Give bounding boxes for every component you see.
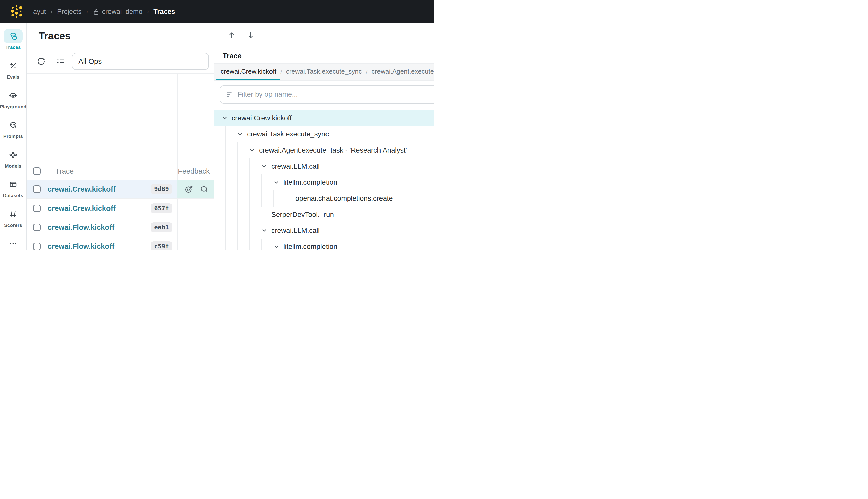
call-tree: crewai.Crew.kickoff$0.001019.83screwai.T… [214,108,434,250]
sidebar-item-prompts[interactable]: Prompts [0,118,26,139]
row-checkbox[interactable] [33,243,41,250]
trace-tree-panel: Trace crewai.Crew.kickoff/crewai.Task.ex… [214,23,434,250]
call-op-name: crewai.LLM.call [271,227,434,235]
table-row[interactable]: crewai.Flow.kickoffeab1 [27,218,214,237]
chevron-down-icon[interactable] [261,163,271,169]
evals-icon [3,59,23,73]
sidebar-item-label: Models [5,163,22,169]
indent-guide [225,223,237,239]
indent-guide [237,239,249,250]
breadcrumb-item-Projects[interactable]: Projects [57,8,82,15]
row-checkbox[interactable] [33,205,41,212]
chevron-down-icon[interactable] [273,244,283,250]
lock-open-icon [93,8,100,15]
molecule-icon [3,148,23,162]
traces-panel: Traces All Ops Trace Feedback crewai.Cre… [27,23,214,250]
call-tree-row[interactable]: openai.chat.completions.create<$0.00012.… [214,191,434,207]
prev-call-up-icon[interactable] [224,29,239,41]
call-tree-row[interactable]: litellm.completion<$0.00012.82s [214,174,434,191]
call-nav-strip [214,23,434,48]
trace-op-link[interactable]: crewai.Flow.kickoff [48,223,151,232]
indent-guide [225,207,237,223]
indent-guide [237,223,249,239]
chevron-down-icon[interactable] [249,147,259,153]
divider [48,167,48,175]
column-header-feedback[interactable]: Feedback [171,167,210,175]
feedback-cell [177,218,214,237]
breadcrumb-item-crewai_demo[interactable]: crewai_demo [93,8,142,15]
column-header-trace[interactable]: Trace [55,167,171,175]
traces-icon [3,29,23,43]
op-filter-input-wrap [220,85,434,104]
trace-path-tabs: crewai.Crew.kickoff/crewai.Task.execute_… [214,64,434,81]
trace-op-link[interactable]: crewai.Crew.kickoff [48,185,151,194]
trace-path-tab[interactable]: crewai.Agent.execute_task - 'Research An… [368,64,434,81]
indent-guide [225,158,237,174]
topbar: ayut›Projects›crewai_demo›Traces Invite … [0,0,434,23]
page-title: Traces [27,23,214,49]
trace-op-link[interactable]: crewai.Flow.kickoff [48,242,151,250]
call-op-name: crewai.LLM.call [271,162,434,170]
breadcrumb-item-ayut[interactable]: ayut [33,8,46,15]
sidebar-item-scorers[interactable]: Scorers [0,207,26,228]
sidebar-item-traces[interactable]: Traces [0,29,26,50]
next-call-down-icon[interactable] [244,29,258,41]
sidebar-item-evals[interactable]: Evals [0,59,26,80]
app-window: ayut›Projects›crewai_demo›Traces Invite … [0,0,434,250]
row-checkbox[interactable] [33,223,41,231]
breadcrumb-item-Traces[interactable]: Traces [153,8,175,15]
op-filter-row [214,81,434,108]
op-filter-input[interactable] [238,90,434,98]
feedback-cell [177,237,214,250]
indent-guide [249,174,261,191]
indent-guide [249,191,261,207]
select-all-checkbox[interactable] [33,167,41,175]
call-tree-row[interactable]: crewai.LLM.call$0.00069.40s [214,223,434,239]
chevron-down-icon[interactable] [273,179,283,185]
call-tree-row[interactable]: crewai.LLM.call<$0.00012.82s [214,158,434,174]
comment-icon[interactable] [199,185,209,194]
call-tree-row[interactable]: crewai.Agent.execute_task - 'Research An… [214,142,434,158]
chevron-down-icon[interactable] [237,131,247,137]
breadcrumb: ayut›Projects›crewai_demo›Traces [33,8,175,15]
trace-id-badge: 657f [151,203,172,213]
trace-op-link[interactable]: crewai.Crew.kickoff [48,204,151,212]
indent-guide [261,239,273,250]
indent-guide [249,207,261,223]
filter-list-icon[interactable] [53,54,68,69]
sidebar-item-models[interactable]: Models [0,148,26,169]
table-row[interactable]: crewai.Crew.kickoff9d89 [27,180,214,199]
sidebar-item-more[interactable]: More [0,237,26,250]
trace-id-badge: c59f [151,242,172,250]
call-tree-row[interactable]: crewai.Crew.kickoff$0.001019.83s [214,110,434,126]
filter-lines-icon [225,90,233,98]
sidebar-item-playground[interactable]: Playground [0,88,26,110]
row-checkbox[interactable] [33,185,41,193]
indent-guide [237,158,249,174]
ops-filter-select[interactable]: All Ops [72,53,209,70]
emoji-plus-icon[interactable] [184,185,194,194]
call-op-name: SerperDevTool._run [271,210,434,219]
chevron-down-icon[interactable] [261,228,271,234]
sidebar-item-datasets[interactable]: Datasets [0,178,26,198]
wandb-logo[interactable] [9,4,24,19]
trace-path-tab[interactable]: crewai.Task.execute_sync [282,64,366,81]
sidebar-item-label: Prompts [3,134,23,139]
call-tree-row[interactable]: litellm.completion$0.00069.40s [214,239,434,250]
table-row[interactable]: crewai.Flow.kickoffc59f [27,237,214,250]
chevron-down-icon[interactable] [222,115,232,121]
indent-guide [261,174,273,191]
indent-guide [273,191,285,207]
traces-toolbar: All Ops [27,49,214,74]
sidebar: TracesEvalsPlaygroundPromptsModelsDatase… [0,23,27,250]
breadcrumb-separator: › [86,8,88,15]
indent-guide [237,191,249,207]
table-row[interactable]: crewai.Crew.kickoff657f [27,199,214,218]
call-tree-row[interactable]: SerperDevTool._run1.66s [214,207,434,223]
trace-path-tab[interactable]: crewai.Crew.kickoff [216,64,280,81]
indent-guide [237,142,249,158]
refresh-icon[interactable] [34,54,49,69]
tree-title: Trace [223,52,434,60]
call-tree-row[interactable]: crewai.Task.execute_sync$0.000713.92s [214,126,434,142]
call-op-name: openai.chat.completions.create [295,194,434,203]
